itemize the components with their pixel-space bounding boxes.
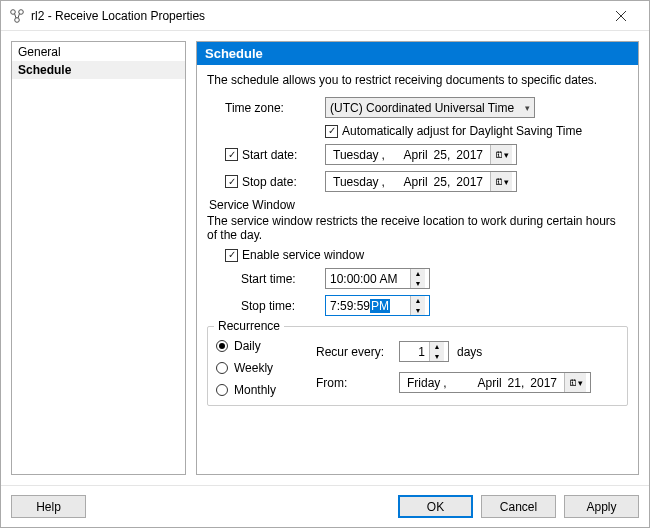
timezone-combo[interactable]: (UTC) Coordinated Universal Time ▾: [325, 97, 535, 118]
stop-date-weekday: Tuesday: [330, 175, 382, 189]
start-time-label: Start time:: [241, 272, 296, 286]
dialog-body: General Schedule Schedule The schedule a…: [1, 31, 649, 485]
service-window-description: The service window restricts the receive…: [207, 214, 628, 242]
nav-item-general[interactable]: General: [12, 43, 185, 61]
close-button[interactable]: [601, 1, 641, 31]
timezone-label: Time zone:: [225, 101, 284, 115]
recur-from-weekday: Friday: [404, 376, 443, 390]
row-start-time: Start time: 10:00:00 AM ▲ ▼: [207, 268, 628, 289]
start-time-field[interactable]: 10:00:00 AM ▲ ▼: [325, 268, 430, 289]
dialog-window: rl2 - Receive Location Properties Genera…: [0, 0, 650, 528]
titlebar: rl2 - Receive Location Properties: [1, 1, 649, 31]
start-date-label: Start date:: [242, 148, 297, 162]
calendar-icon[interactable]: 🗓▾: [490, 145, 512, 164]
apply-button[interactable]: Apply: [564, 495, 639, 518]
stop-time-prefix: 7:59:59: [330, 299, 370, 313]
chevron-down-icon: ▾: [525, 103, 530, 113]
stop-time-selected: PM: [370, 299, 390, 313]
close-icon: [616, 11, 626, 21]
section-header: Schedule: [197, 42, 638, 65]
dst-label: Automatically adjust for Daylight Saving…: [342, 124, 582, 138]
row-timezone: Time zone: (UTC) Coordinated Universal T…: [207, 97, 628, 118]
start-date-weekday: Tuesday: [330, 148, 382, 162]
section-description: The schedule allows you to restrict rece…: [207, 73, 628, 87]
start-date-field[interactable]: Tuesday , April 25, 2017 🗓▾: [325, 144, 517, 165]
svg-line-4: [18, 13, 20, 18]
app-icon: [9, 8, 25, 24]
dst-checkbox[interactable]: ✓: [325, 125, 338, 138]
recurrence-group: Recurrence Daily Weekly: [207, 326, 628, 406]
spin-buttons[interactable]: ▲ ▼: [410, 269, 425, 288]
recur-every-unit: days: [457, 345, 482, 359]
radio-weekly[interactable]: Weekly: [216, 361, 306, 375]
recur-from-month: April: [475, 376, 505, 390]
stop-date-field[interactable]: Tuesday , April 25, 2017 🗓▾: [325, 171, 517, 192]
stop-date-checkbox[interactable]: ✓: [225, 175, 238, 188]
calendar-icon[interactable]: 🗓▾: [564, 373, 586, 392]
row-enable-service-window: ✓ Enable service window: [207, 248, 628, 262]
stop-date-year: 2017: [453, 175, 486, 189]
recur-from-day: 21,: [505, 376, 528, 390]
stop-date-day: 25,: [431, 175, 454, 189]
main-panel: Schedule The schedule allows you to rest…: [196, 41, 639, 475]
chevron-up-icon: ▲: [411, 296, 425, 306]
recur-every-label: Recur every:: [316, 345, 391, 359]
recur-every-value: 1: [418, 345, 425, 359]
enable-service-window-label: Enable service window: [242, 248, 364, 262]
recur-from-year: 2017: [527, 376, 560, 390]
service-window-label: Service Window: [207, 198, 628, 212]
row-recur-from: From: Friday , April 21, 2017 🗓▾: [316, 372, 619, 393]
enable-service-window-checkbox[interactable]: ✓: [225, 249, 238, 262]
dialog-footer: Help OK Cancel Apply: [1, 485, 649, 527]
nav-item-schedule[interactable]: Schedule: [12, 61, 185, 79]
stop-date-month: April: [401, 175, 431, 189]
radio-daily-label: Daily: [234, 339, 261, 353]
section-body: The schedule allows you to restrict rece…: [197, 65, 638, 474]
ok-button[interactable]: OK: [398, 495, 473, 518]
spin-buttons[interactable]: ▲ ▼: [429, 342, 444, 361]
chevron-up-icon: ▲: [411, 269, 425, 279]
radio-monthly[interactable]: Monthly: [216, 383, 306, 397]
nav-panel: General Schedule: [11, 41, 186, 475]
window-title: rl2 - Receive Location Properties: [31, 9, 601, 23]
row-start-date: ✓ Start date: Tuesday , April 25, 2017 🗓…: [207, 144, 628, 165]
stop-time-label: Stop time:: [241, 299, 295, 313]
stop-time-field[interactable]: 7:59:59 PM ▲ ▼: [325, 295, 430, 316]
start-date-year: 2017: [453, 148, 486, 162]
start-date-day: 25,: [431, 148, 454, 162]
timezone-value: (UTC) Coordinated Universal Time: [330, 101, 514, 115]
chevron-down-icon: ▼: [411, 306, 425, 316]
spin-buttons[interactable]: ▲ ▼: [410, 296, 425, 315]
start-date-month: April: [401, 148, 431, 162]
row-recur-every: Recur every: 1 ▲ ▼ days: [316, 341, 619, 362]
row-stop-date: ✓ Stop date: Tuesday , April 25, 2017 🗓▾: [207, 171, 628, 192]
chevron-up-icon: ▲: [430, 342, 444, 352]
calendar-icon[interactable]: 🗓▾: [490, 172, 512, 191]
help-button[interactable]: Help: [11, 495, 86, 518]
svg-point-2: [15, 17, 20, 22]
recurrence-legend: Recurrence: [214, 319, 284, 333]
radio-daily[interactable]: Daily: [216, 339, 306, 353]
start-time-value: 10:00:00 AM: [330, 272, 397, 286]
recur-from-label: From:: [316, 376, 391, 390]
recur-every-field[interactable]: 1 ▲ ▼: [399, 341, 449, 362]
chevron-down-icon: ▼: [430, 352, 444, 362]
start-date-checkbox[interactable]: ✓: [225, 148, 238, 161]
row-stop-time: Stop time: 7:59:59 PM ▲ ▼: [207, 295, 628, 316]
radio-weekly-label: Weekly: [234, 361, 273, 375]
chevron-down-icon: ▼: [411, 279, 425, 289]
radio-monthly-label: Monthly: [234, 383, 276, 397]
cancel-button[interactable]: Cancel: [481, 495, 556, 518]
stop-date-label: Stop date:: [242, 175, 297, 189]
row-dst: ✓ Automatically adjust for Daylight Savi…: [207, 124, 628, 138]
recur-from-field[interactable]: Friday , April 21, 2017 🗓▾: [399, 372, 591, 393]
svg-line-3: [15, 13, 17, 18]
